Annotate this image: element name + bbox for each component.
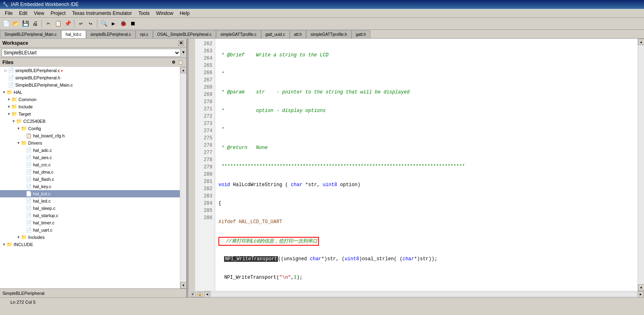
- tree-item-main-c[interactable]: 📄 SimpleBLEPeripheral_Main.c: [0, 81, 180, 89]
- editor-scroll-up[interactable]: ▲: [638, 39, 644, 45]
- tree-item-hal-startup[interactable]: 📄 hal_startup.c: [0, 212, 180, 219]
- menu-view[interactable]: View: [31, 10, 47, 17]
- files-icon-1[interactable]: ⚙: [170, 59, 177, 66]
- code-line-272: //将打印到Lcd的信息，也打印一次到串口: [218, 237, 634, 244]
- editor-vertical-scrollbar[interactable]: ▲ ▼: [638, 39, 644, 291]
- tree-item-hal-led[interactable]: 📄 hal_led.c: [0, 197, 180, 205]
- toolbar-copy[interactable]: 📋: [53, 19, 62, 28]
- tree-item-Target[interactable]: ▼ 📁 Target: [0, 110, 180, 118]
- tree-item-hal-key[interactable]: 📄 hal_key.c: [0, 183, 180, 190]
- tab-5[interactable]: simpleGATTprofile.c: [216, 30, 261, 38]
- toolbar-undo[interactable]: ↩: [76, 19, 85, 28]
- expander: [21, 177, 26, 182]
- header-icon: 📋: [26, 133, 32, 139]
- tree-item-Drivers[interactable]: ▼ 📁 Drivers: [0, 139, 180, 147]
- tab-9[interactable]: gatt.h: [352, 30, 370, 38]
- folder-icon: 📁: [6, 89, 12, 95]
- status-line-col: Ln 272 Col 5: [10, 300, 35, 305]
- tab-0[interactable]: SimpleBLEPeripheral_Main.c: [0, 30, 61, 38]
- tab-2[interactable]: simpleBLEPeripheral.c: [86, 30, 136, 38]
- expander: [3, 75, 8, 80]
- menu-tools[interactable]: Tools: [135, 10, 153, 17]
- expander: [21, 213, 26, 218]
- toolbar-redo[interactable]: ↪: [86, 19, 95, 28]
- toolbar-sep1: [41, 20, 42, 28]
- tree-item-hal-crc[interactable]: 📄 hal_crc.c: [0, 161, 180, 168]
- tree-item-hal-board-cfg-h[interactable]: 📋 hal_board_cfg.h: [0, 132, 180, 139]
- editor-horizontal-scrollbar[interactable]: ⊕ 🔒 ◀ ▶: [189, 291, 644, 297]
- tab-4[interactable]: OSAL_SimpleBLEPeripheral.c: [153, 30, 216, 38]
- scroll-down-btn[interactable]: ▼: [180, 282, 186, 288]
- expander: [21, 206, 26, 211]
- toolbar-build[interactable]: ▶: [109, 19, 118, 28]
- tree-item-INCLUDE[interactable]: ▼ 📁 INCLUDE: [0, 241, 180, 248]
- menu-project[interactable]: Project: [47, 10, 69, 17]
- tree-item-hal-adc[interactable]: 📄 hal_adc.c: [0, 147, 180, 154]
- tree-item-Include[interactable]: ▼ 📁 Include: [0, 103, 180, 110]
- hscroll-right[interactable]: ▶: [638, 291, 644, 298]
- file-icon: 📄: [26, 147, 32, 153]
- toolbar-stop[interactable]: ⏹: [128, 19, 137, 28]
- tab-1[interactable]: hal_lcd.c: [61, 30, 86, 38]
- status-bar: Ln 272 Col 5: [0, 297, 644, 306]
- tree-item-simpleBLEPeripheral-h[interactable]: 📄 simpleBLEPeripheral.h: [0, 74, 180, 81]
- toolbar-find[interactable]: 🔍: [99, 19, 108, 28]
- toolbar-save[interactable]: 💾: [21, 19, 30, 28]
- editor-scroll-track[interactable]: [638, 45, 644, 284]
- code-editor[interactable]: * @brief Write a string to the LCD * * @…: [215, 39, 638, 291]
- tree-item-hal-uart[interactable]: 📄 hal_uart.c: [0, 226, 180, 234]
- tree-item-CC2540EB[interactable]: ▼ 📁 CC2540EB: [0, 118, 180, 125]
- workspace-selector: SimpleBLEUart ▼: [0, 48, 186, 58]
- code-content[interactable]: 262 263 264 265 266 267 268 269 270 271 …: [189, 39, 644, 291]
- expander: [21, 220, 26, 225]
- editor-area: 262 263 264 265 266 267 268 269 270 271 …: [189, 39, 644, 297]
- files-icon-2[interactable]: 📋: [177, 59, 184, 66]
- menu-window[interactable]: Window: [153, 10, 177, 17]
- tree-item-Config[interactable]: ▼ 📁 Config: [0, 125, 180, 132]
- toolbar-debug[interactable]: 🐞: [119, 19, 128, 28]
- scroll-corner-btn[interactable]: ⊕: [189, 292, 196, 297]
- code-gutter: [189, 39, 195, 291]
- toolbar-print[interactable]: 🖨: [31, 19, 39, 28]
- menu-edit[interactable]: Edit: [16, 10, 31, 17]
- editor-scroll-down[interactable]: ▼: [638, 284, 644, 291]
- folder-icon: 📁: [21, 126, 27, 131]
- tree-item-hal-timer[interactable]: 📄 hal_timer.c: [0, 219, 180, 226]
- scroll-lock-btn[interactable]: 🔒: [197, 292, 203, 297]
- file-icon: 📄: [26, 220, 32, 226]
- workspace-select[interactable]: SimpleBLEUart: [2, 49, 181, 57]
- toolbar-new[interactable]: 📄: [2, 19, 10, 28]
- tree-item-hal-dma[interactable]: 📄 hal_dma.c: [0, 168, 180, 176]
- files-icons: ⚙ 📋: [170, 59, 184, 66]
- toolbar-cut[interactable]: ✂: [44, 19, 53, 28]
- scroll-up-btn[interactable]: ▲: [180, 67, 186, 73]
- tree-item-simpleBLEPeripheral-c[interactable]: ▷ 📄 simpleBLEPeripheral.c ●: [0, 67, 180, 74]
- toolbar-open[interactable]: 📂: [11, 19, 20, 28]
- menu-ti-emulator[interactable]: Texas Instruments Emulator: [69, 10, 135, 17]
- folder-icon: 📁: [11, 104, 17, 110]
- tree-vertical-scrollbar[interactable]: ▲ ▼: [180, 67, 186, 288]
- tab-3[interactable]: npi.c: [136, 30, 153, 38]
- tree-item-Includes[interactable]: ▼ 📁 Includes: [0, 234, 180, 241]
- tree-item-hal-flash[interactable]: 📄 hal_flash.c: [0, 176, 180, 183]
- hscroll-track[interactable]: [211, 292, 637, 297]
- tab-7[interactable]: att.h: [290, 30, 306, 38]
- tree-item-Common[interactable]: ▼ 📁 Common: [0, 96, 180, 103]
- tree-item-hal-aes[interactable]: 📄 hal_aes.c: [0, 154, 180, 161]
- toolbar-sep2: [74, 20, 74, 28]
- menu-file[interactable]: File: [2, 10, 16, 17]
- scroll-track[interactable]: [180, 73, 186, 282]
- workspace-close-button[interactable]: ✕: [178, 40, 184, 46]
- hscroll-left[interactable]: ◀: [204, 291, 210, 298]
- tab-6[interactable]: gatt_uuid.c: [261, 30, 290, 38]
- expander: ▷: [3, 68, 8, 73]
- tab-8[interactable]: simpleGATTprofile.h: [306, 30, 351, 38]
- tree-item-hal-sleep[interactable]: 📄 hal_sleep.c: [0, 205, 180, 212]
- toolbar-paste[interactable]: 📌: [63, 19, 72, 28]
- file-icon: 📄: [8, 82, 14, 88]
- tree-item-HAL[interactable]: ▼ 📁 HAL: [0, 89, 180, 96]
- tree-item-hal-lcd[interactable]: 📄 hal_lcd.c: [0, 190, 180, 197]
- expander: [3, 83, 8, 87]
- menu-help[interactable]: Help: [177, 10, 193, 17]
- expander: [21, 148, 26, 153]
